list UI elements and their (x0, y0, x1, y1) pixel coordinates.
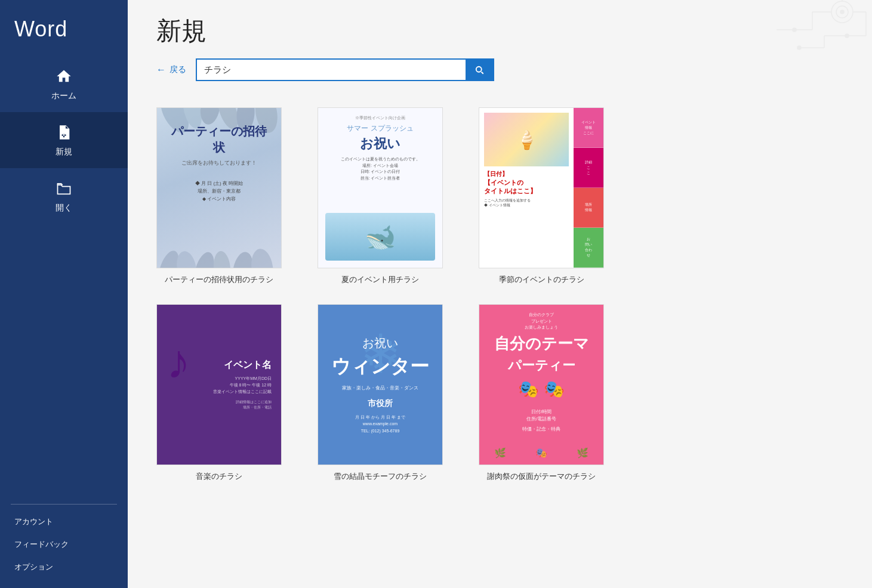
template-label-winter: 雪の結晶モチーフのチラシ (334, 471, 427, 482)
t4-details: YYYY年MM月DD日 午後 8 時〜 午後 12 時 音楽イベント情報はここに… (213, 375, 272, 395)
t1-sub: ご出席をお待ちしております！ (181, 159, 257, 167)
t3-right-block1: イベント情報ここに (574, 108, 603, 148)
main-content: 新規 ← 戻る (128, 0, 872, 588)
template-thumb-summer: ※季節性イベント向け企画 サマー スプラッシュ お祝い このイベントは夏を祝うた… (318, 107, 443, 268)
template-label-party: パーティーの招待状用のチラシ (165, 274, 273, 285)
t6-title1: 自分のテーマ (494, 333, 589, 354)
template-thumb-carnival: 自分のクラブプレゼントお楽しみましょう 自分のテーマ パーティー 🎭 🎭 日付/… (479, 304, 604, 465)
sidebar-item-account[interactable]: アカウント (0, 510, 128, 533)
svg-point-30 (249, 247, 275, 268)
t3-img: 🍦 (484, 113, 569, 166)
t2-body: このイベントは夏を祝うためのものです。 場所: イベント会場 日時: イベントの… (341, 156, 420, 181)
svg-point-18 (797, 46, 801, 49)
t6-masks: 🎭 🎭 (518, 379, 565, 399)
search-container (196, 58, 494, 81)
template-preview-seasonal: 🍦 【日付】 【イベントのタイトルはここ】 ここへ入力の情報を追加する ◆ イベ… (479, 108, 603, 268)
t2-top: ※季節性イベント向け企画 (355, 115, 405, 121)
t5-title2: ウィンター (331, 354, 429, 380)
t2-title2: お祝い (360, 135, 400, 153)
t5-details: 月 日 年 から 月 日 年 まで www.example.com TEL: (… (355, 414, 405, 434)
t3-right-block3: 場所情報 (574, 188, 603, 228)
template-thumb-music: ♪ イベント名 YYYY年MM月DD日 午後 8 時〜 午後 12 時 音楽イベ… (156, 304, 282, 465)
template-item-party-invitation[interactable]: パーティーの招待状 ご出席をお待ちしております！ ◆ 月 日 (土) 夜 時開始… (156, 107, 282, 285)
back-label: 戻る (170, 64, 186, 75)
t3-left: 🍦 【日付】 【イベントのタイトルはここ】 ここへ入力の情報を追加する ◆ イベ… (479, 108, 574, 268)
svg-rect-1 (63, 131, 64, 136)
template-item-carnival[interactable]: 自分のクラブプレゼントお楽しみましょう 自分のテーマ パーティー 🎭 🎭 日付/… (479, 304, 604, 482)
app-title: Word (0, 0, 128, 56)
t6-title2: パーティー (508, 357, 575, 375)
new-doc-icon (54, 123, 73, 142)
t4-sub: 詳細情報はここに追加 場所・住所・電話 (236, 400, 272, 410)
sidebar-item-home[interactable]: ホーム (0, 56, 128, 112)
t3-event: 【イベントのタイトルはここ】 (484, 178, 569, 196)
sidebar-bottom: アカウント フィードバック オプション (0, 510, 128, 588)
sidebar-item-open[interactable]: 開く (0, 168, 128, 224)
svg-point-26 (174, 250, 199, 268)
sidebar: Word ホーム 新規 (0, 0, 128, 588)
sidebar-item-options[interactable]: オプション (0, 556, 128, 578)
svg-point-4 (840, 10, 844, 14)
template-item-summer[interactable]: ※季節性イベント向け企画 サマー スプラッシュ お祝い このイベントは夏を祝うた… (318, 107, 443, 285)
t5-subtitle: 家族・楽しみ・食品・音楽・ダンス (342, 385, 418, 391)
template-label-summer: 夏のイベント用チラシ (341, 274, 419, 285)
t3-date: 【日付】 (484, 170, 569, 178)
t6-details: 日付/時間 住所/電話番号 (526, 408, 556, 424)
template-label-carnival: 謝肉祭の仮面がテーマのチラシ (487, 471, 596, 482)
t3-right-block4: お問い合わせ (574, 228, 603, 268)
t2-ocean: 🐋 (325, 213, 435, 261)
home-icon (54, 67, 73, 86)
t3-body: ここへ入力の情報を追加する ◆ イベント情報 (484, 198, 569, 208)
search-button[interactable] (466, 60, 493, 80)
t5-title1: お祝い (362, 335, 398, 351)
sidebar-item-feedback[interactable]: フィードバック (0, 533, 128, 556)
t2-title1: サマー スプラッシュ (347, 123, 413, 134)
sidebar-open-label: 開く (56, 203, 72, 213)
t1-details: ◆ 月 日 (土) 夜 時開始 場所、新宿・東京都 ◆ イベント内容 (195, 180, 243, 203)
back-button[interactable]: ← 戻る (156, 64, 186, 75)
template-preview-summer: ※季節性イベント向け企画 サマー スプラッシュ お祝い このイベントは夏を祝うた… (318, 108, 442, 268)
t3-right-block2: 詳細ここ (574, 148, 603, 188)
template-preview-music: ♪ イベント名 YYYY年MM月DD日 午後 8 時〜 午後 12 時 音楽イベ… (157, 305, 281, 465)
t6-sub-details: 特価・記念・特典 (522, 426, 560, 432)
t6-top: 自分のクラブプレゼントお楽しみましょう (525, 312, 558, 331)
sidebar-nav: ホーム 新規 開く アカ (0, 56, 128, 588)
search-icon (474, 64, 485, 75)
back-arrow-icon: ← (156, 64, 166, 75)
template-item-music[interactable]: ♪ イベント名 YYYY年MM月DD日 午後 8 時〜 午後 12 時 音楽イベ… (156, 304, 282, 482)
template-preview-carnival: 自分のクラブプレゼントお楽しみましょう 自分のテーマ パーティー 🎭 🎭 日付/… (479, 305, 603, 465)
t5-place: 市役所 (368, 398, 393, 409)
sidebar-home-label: ホーム (51, 91, 76, 101)
t6-deco: 🌿🎭🌿 (479, 447, 603, 459)
sidebar-item-new[interactable]: 新規 (0, 112, 128, 168)
t4-note: ♪ (167, 335, 190, 389)
templates-grid: パーティーの招待状 ご出席をお待ちしております！ ◆ 月 日 (土) 夜 時開始… (128, 107, 872, 506)
template-thumb-party: パーティーの招待状 ご出席をお待ちしております！ ◆ 月 日 (土) 夜 時開始… (156, 107, 282, 268)
t1-title: パーティーの招待状 (167, 123, 272, 156)
sidebar-divider (11, 504, 117, 505)
template-item-seasonal[interactable]: 🍦 【日付】 【イベントのタイトルはここ】 ここへ入力の情報を追加する ◆ イベ… (479, 107, 604, 285)
svg-point-28 (212, 250, 232, 268)
template-item-winter[interactable]: ❄ お祝い ウィンター 家族・楽しみ・食品・音楽・ダンス 市役所 月 日 年 か… (318, 304, 443, 482)
circuit-decoration (693, 0, 872, 60)
search-input[interactable] (197, 61, 466, 79)
main-header: 新規 ← 戻る (128, 0, 872, 107)
template-preview-winter: ❄ お祝い ウィンター 家族・楽しみ・食品・音楽・ダンス 市役所 月 日 年 か… (318, 305, 442, 465)
t3-right: イベント情報ここに 詳細ここ 場所情報 お問い合わせ (574, 108, 603, 268)
template-preview-party: パーティーの招待状 ご出席をお待ちしております！ ◆ 月 日 (土) 夜 時開始… (157, 108, 281, 268)
search-bar-row: ← 戻る (156, 58, 843, 81)
t4-event: イベント名 (224, 359, 272, 372)
template-thumb-winter: ❄ お祝い ウィンター 家族・楽しみ・食品・音楽・ダンス 市役所 月 日 年 か… (318, 304, 443, 465)
template-label-music: 音楽のチラシ (196, 471, 242, 482)
t2-whale: 🐋 (365, 222, 396, 252)
sidebar-new-label: 新規 (56, 147, 72, 157)
open-icon (54, 179, 73, 198)
template-label-seasonal: 季節のイベントのチラシ (499, 274, 584, 285)
template-thumb-seasonal: 🍦 【日付】 【イベントのタイトルはここ】 ここへ入力の情報を追加する ◆ イベ… (479, 107, 604, 268)
